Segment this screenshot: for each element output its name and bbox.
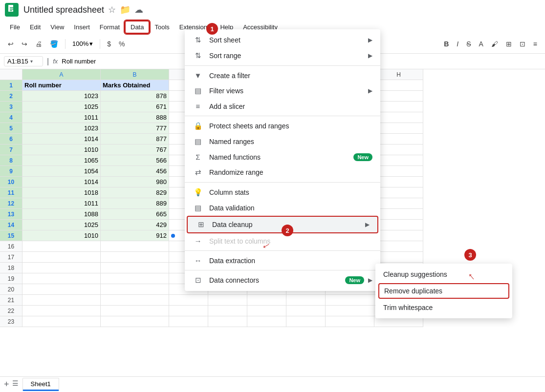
italic-btn[interactable]: I: [454, 38, 461, 50]
row-number[interactable]: 22: [0, 306, 22, 316]
cell-a[interactable]: 1010: [22, 230, 101, 241]
cell-empty[interactable]: [374, 155, 423, 166]
borders-btn[interactable]: ⊞: [503, 38, 515, 50]
cell-a[interactable]: 1088: [22, 209, 101, 220]
cell-b[interactable]: [101, 316, 169, 327]
cell-a[interactable]: [22, 306, 101, 316]
row-number[interactable]: 9: [0, 166, 22, 177]
row-number[interactable]: 3: [0, 102, 22, 112]
cell-empty[interactable]: [208, 316, 247, 327]
menu-add-slicer[interactable]: ≡ Add a slicer: [185, 99, 380, 114]
menu-format[interactable]: Format: [95, 21, 125, 33]
cell-b[interactable]: 888: [101, 112, 169, 123]
menu-insert[interactable]: Insert: [69, 21, 95, 33]
cell-a[interactable]: 1014: [22, 134, 101, 144]
cell-a[interactable]: [22, 241, 101, 252]
cell-a[interactable]: 1018: [22, 187, 101, 198]
cell-empty[interactable]: [374, 198, 423, 209]
cell-a[interactable]: [22, 295, 101, 306]
submenu-trim-whitespace[interactable]: Trim whitespace: [375, 300, 512, 315]
row-number[interactable]: 18: [0, 263, 22, 273]
cell-empty[interactable]: [286, 295, 326, 306]
cell-b[interactable]: 980: [101, 177, 169, 187]
row-number[interactable]: 23: [0, 316, 22, 327]
cell-b[interactable]: [101, 295, 169, 306]
cell-b[interactable]: [101, 306, 169, 316]
print-btn[interactable]: 🖨: [32, 38, 45, 50]
cell-empty[interactable]: [247, 295, 286, 306]
cell-ref-box[interactable]: A1:B15 ▾: [4, 56, 43, 66]
cell-b[interactable]: 829: [101, 187, 169, 198]
cell-empty[interactable]: [374, 187, 423, 198]
menu-sheets-icon[interactable]: ☰: [12, 379, 19, 390]
cell-empty[interactable]: [374, 177, 423, 187]
row-number[interactable]: 8: [0, 155, 22, 166]
submenu-remove-duplicates[interactable]: Remove duplicates: [378, 283, 509, 299]
cell-empty[interactable]: [374, 220, 423, 230]
cell-a[interactable]: [22, 273, 101, 284]
highlight-btn[interactable]: 🖌: [488, 38, 501, 50]
cell-b[interactable]: 912: [101, 230, 169, 241]
cell-empty[interactable]: [208, 306, 247, 316]
menu-column-stats[interactable]: 💡 Column stats: [185, 185, 380, 200]
cell-b[interactable]: 889: [101, 198, 169, 209]
cell-a[interactable]: 1065: [22, 155, 101, 166]
menu-named-ranges[interactable]: ▤ Named ranges: [185, 134, 380, 149]
cell-empty[interactable]: [374, 134, 423, 144]
row-number[interactable]: 15: [0, 230, 22, 241]
cell-b[interactable]: [101, 284, 169, 295]
row-number[interactable]: 10: [0, 177, 22, 187]
menu-named-functions[interactable]: Σ Named functions New: [185, 149, 380, 165]
row-number[interactable]: 11: [0, 187, 22, 198]
cell-empty[interactable]: [374, 112, 423, 123]
cell-empty[interactable]: [169, 316, 208, 327]
cell-empty[interactable]: [247, 306, 286, 316]
folder-icon[interactable]: 📁: [120, 4, 131, 15]
sheet-tab-sheet1[interactable]: Sheet1: [22, 378, 59, 391]
align-btn[interactable]: ≡: [530, 38, 540, 50]
paint-btn[interactable]: 🪣: [47, 38, 61, 50]
cell-empty[interactable]: [169, 295, 208, 306]
currency-btn[interactable]: $: [104, 38, 114, 50]
menu-data[interactable]: Data: [125, 21, 150, 34]
cell-empty[interactable]: [286, 306, 326, 316]
row-number[interactable]: 7: [0, 144, 22, 155]
menu-data-connectors[interactable]: ⊡ Data connectors New ▶: [185, 272, 380, 288]
cell-b[interactable]: Marks Obtained: [101, 80, 169, 91]
col-header-b[interactable]: B: [101, 69, 169, 80]
cell-b[interactable]: 878: [101, 91, 169, 102]
zoom-selector[interactable]: 100% ▾: [69, 39, 96, 48]
cell-empty[interactable]: [374, 102, 423, 112]
cell-a[interactable]: 1014: [22, 177, 101, 187]
cell-a[interactable]: Roll number: [22, 80, 101, 91]
add-sheet-icon[interactable]: +: [4, 379, 9, 390]
strikethrough-btn[interactable]: S: [463, 38, 474, 50]
col-header-h[interactable]: H: [374, 69, 423, 80]
row-number[interactable]: 14: [0, 220, 22, 230]
row-number[interactable]: 5: [0, 123, 22, 134]
cell-empty[interactable]: [208, 295, 247, 306]
cell-a[interactable]: 1025: [22, 102, 101, 112]
cell-a[interactable]: 1023: [22, 123, 101, 134]
cell-b[interactable]: 671: [101, 102, 169, 112]
menu-filter-views[interactable]: ▤ Filter views ▶: [185, 83, 380, 99]
row-number[interactable]: 4: [0, 112, 22, 123]
percent-btn[interactable]: %: [116, 38, 128, 50]
menu-file[interactable]: File: [5, 21, 25, 33]
cell-b[interactable]: [101, 263, 169, 273]
row-number[interactable]: 6: [0, 134, 22, 144]
cell-empty[interactable]: [374, 123, 423, 134]
cell-b[interactable]: 877: [101, 134, 169, 144]
cell-empty[interactable]: [326, 306, 374, 316]
menu-data-validation[interactable]: ▤ Data validation: [185, 200, 380, 216]
cell-b[interactable]: [101, 252, 169, 263]
menu-sort-range[interactable]: ⇅ Sort range ▶: [185, 48, 380, 63]
menu-randomize[interactable]: ⇄ Randomize range: [185, 165, 380, 180]
cloud-icon[interactable]: ☁: [134, 4, 143, 15]
row-number[interactable]: 17: [0, 252, 22, 263]
cell-empty[interactable]: [374, 91, 423, 102]
cell-empty[interactable]: [326, 295, 374, 306]
cell-b[interactable]: [101, 241, 169, 252]
row-number[interactable]: 16: [0, 241, 22, 252]
menu-tools[interactable]: Tools: [150, 21, 174, 33]
